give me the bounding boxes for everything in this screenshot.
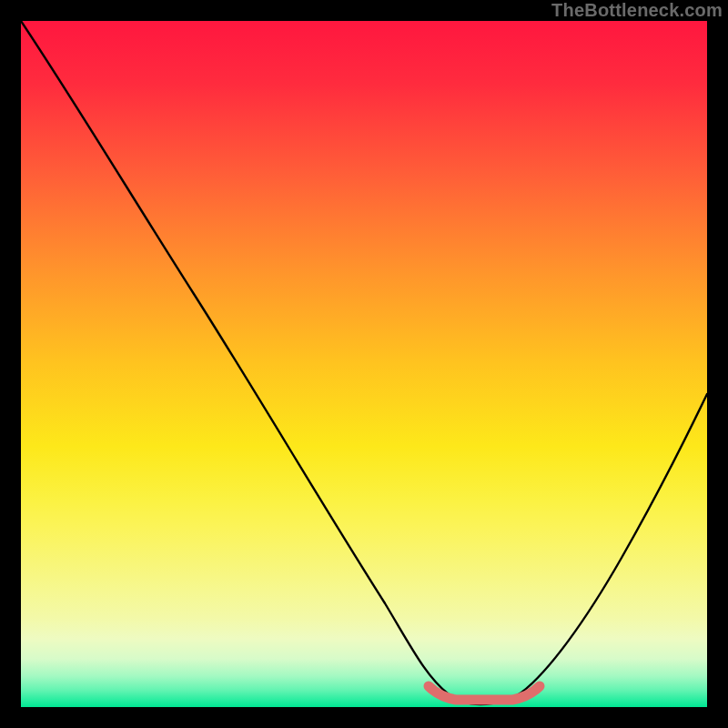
optimal-range-marker-path (429, 686, 540, 700)
chart-frame: TheBottleneck.com (0, 0, 728, 728)
watermark-text: TheBottleneck.com (551, 0, 723, 21)
chart-plot-area (21, 21, 707, 707)
chart-svg (21, 21, 707, 707)
bottleneck-curve-path (21, 21, 707, 704)
